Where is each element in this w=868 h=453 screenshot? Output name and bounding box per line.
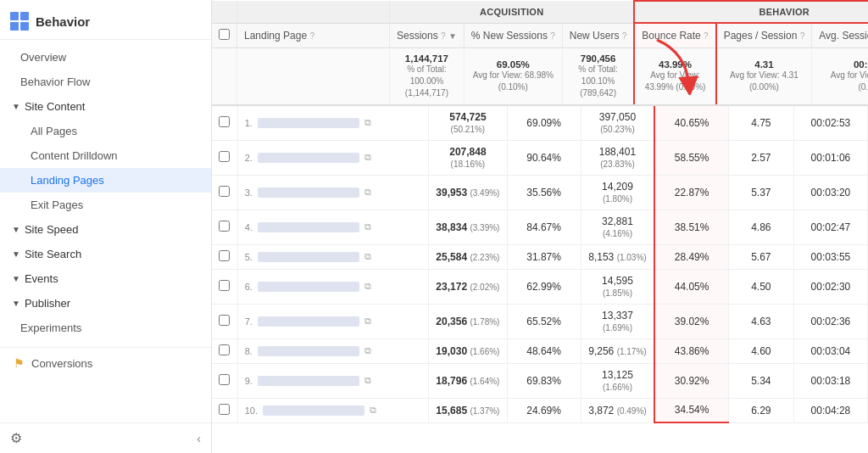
sidebar-item-experiments[interactable]: Experiments <box>0 316 211 340</box>
copy-icon[interactable]: ⧉ <box>364 221 371 232</box>
copy-icon[interactable]: ⧉ <box>364 375 371 386</box>
help-icon[interactable]: ? <box>441 31 446 41</box>
row-avg-duration: 00:03:04 <box>793 338 867 363</box>
row-checkbox[interactable] <box>212 363 237 398</box>
row-avg-duration: 00:03:20 <box>793 175 867 210</box>
row-bounce-rate: 30.92% <box>654 363 728 398</box>
help-icon[interactable]: ? <box>800 31 805 41</box>
row-pct-new: 48.64% <box>507 338 581 363</box>
totals-pages-session: 4.31 Avg for View: 4.31 (0.00%) <box>716 48 812 105</box>
row-checkbox[interactable] <box>212 175 237 210</box>
row-landing-page: 9. ⧉ <box>237 363 429 398</box>
row-bounce-rate: 44.05% <box>654 269 728 304</box>
totals-label <box>237 48 390 105</box>
table-row: 6. ⧉ 23,172 (2.02%) 62.99% 14,595 (1.85%… <box>212 269 868 304</box>
col-select-all[interactable] <box>212 23 237 48</box>
sidebar-item-behavior-flow[interactable]: Behavior Flow <box>0 70 211 94</box>
row-bounce-rate: 40.65% <box>654 106 728 141</box>
copy-icon[interactable]: ⧉ <box>364 117 371 128</box>
settings-icon[interactable]: ⚙ <box>10 430 22 446</box>
row-pct-new: 84.67% <box>507 210 581 244</box>
row-pct-new: 65.52% <box>507 304 581 338</box>
copy-icon[interactable]: ⧉ <box>364 187 371 198</box>
collapse-icon[interactable]: ‹ <box>197 432 201 445</box>
help-icon[interactable]: ? <box>704 31 709 41</box>
row-checkbox[interactable] <box>212 398 237 422</box>
col-landing-page-header <box>237 1 390 23</box>
sidebar-section-events[interactable]: ▼ Events <box>0 266 211 291</box>
copy-icon[interactable]: ⧉ <box>364 345 371 356</box>
row-pct-new: 62.99% <box>507 269 581 304</box>
row-checkbox[interactable] <box>212 140 237 175</box>
sidebar-section-publisher[interactable]: ▼ Publisher <box>0 291 211 316</box>
row-new-users: 13,337 (1.69%) <box>581 304 654 338</box>
row-pct-new: 69.09% <box>507 106 581 141</box>
row-pct-new: 24.69% <box>507 398 581 422</box>
help-icon[interactable]: ? <box>622 31 627 41</box>
row-avg-duration: 00:03:55 <box>793 244 867 269</box>
row-landing-page: 3. ⧉ <box>237 175 429 210</box>
sidebar-section-site-speed[interactable]: ▼ Site Speed <box>0 217 211 242</box>
expand-icon: ▼ <box>12 274 20 283</box>
row-checkbox[interactable] <box>212 304 237 338</box>
sidebar-item-content-drilldown[interactable]: Content Drilldown <box>0 143 211 168</box>
table-row: 5. ⧉ 25,584 (2.23%) 31.87% 8,153 (1.03%)… <box>212 244 868 269</box>
row-sessions: 207,848 (18.16%) <box>429 140 507 175</box>
copy-icon[interactable]: ⧉ <box>364 281 371 292</box>
table-row: 8. ⧉ 19,030 (1.66%) 48.64% 9,256 (1.17%)… <box>212 338 868 363</box>
conversions-label: Conversions <box>31 357 92 370</box>
sidebar-item-exit-pages[interactable]: Exit Pages <box>0 193 211 217</box>
row-landing-page: 2. ⧉ <box>237 140 429 175</box>
sidebar-item-landing-pages[interactable]: Landing Pages <box>0 168 211 193</box>
sidebar-header: Behavior <box>0 0 211 40</box>
expand-icon: ▼ <box>12 225 20 234</box>
row-checkbox[interactable] <box>212 244 237 269</box>
page-url-blur <box>258 118 359 128</box>
row-pages-session: 5.34 <box>728 363 793 398</box>
sidebar-item-overview[interactable]: Overview <box>0 45 211 70</box>
row-bounce-rate: 34.54% <box>654 398 728 422</box>
help-icon[interactable]: ? <box>309 31 314 41</box>
col-new-users: New Users ? <box>562 23 634 48</box>
copy-icon[interactable]: ⧉ <box>364 251 371 262</box>
row-checkbox[interactable] <box>212 210 237 244</box>
table-row: 3. ⧉ 39,953 (3.49%) 35.56% 14,209 (1.80%… <box>212 175 868 210</box>
col-pages-session: Pages / Session ? <box>716 23 812 48</box>
row-new-users: 3,872 (0.49%) <box>581 398 654 422</box>
expand-icon: ▼ <box>12 102 20 111</box>
row-sessions: 18,796 (1.64%) <box>429 363 507 398</box>
row-pages-session: 2.57 <box>728 140 793 175</box>
totals-pct-new: 69.05% Avg for View: 68.98% (0.10%) <box>464 48 562 105</box>
sidebar-conversions[interactable]: ⚑ Conversions <box>0 347 211 370</box>
page-url-blur <box>258 153 359 163</box>
sidebar-section-site-content[interactable]: ▼ Site Content <box>0 94 211 119</box>
row-checkbox[interactable] <box>212 338 237 363</box>
row-landing-page: 5. ⧉ <box>237 244 429 269</box>
row-pct-new: 31.87% <box>507 244 581 269</box>
col-bounce-rate: Bounce Rate ? <box>634 23 715 48</box>
copy-icon[interactable]: ⧉ <box>364 316 371 327</box>
totals-bounce-rate: 43.99% Avg for View: 43.99% (0.00%) <box>634 48 715 105</box>
row-checkbox[interactable] <box>212 106 237 141</box>
row-avg-duration: 00:02:30 <box>793 269 867 304</box>
page-url-blur <box>263 405 364 416</box>
sort-icon[interactable]: ▼ <box>448 31 457 41</box>
totals-sessions: 1,144,717 % of Total: 100.00% (1,144,717… <box>390 48 465 105</box>
row-pct-new: 69.83% <box>507 363 581 398</box>
row-bounce-rate: 43.86% <box>654 338 728 363</box>
table-container: Acquisition Behavior Landing Page ? Sess… <box>212 0 868 453</box>
row-sessions: 39,953 (3.49%) <box>429 175 507 210</box>
copy-icon[interactable]: ⧉ <box>364 152 371 163</box>
sidebar-section-site-search[interactable]: ▼ Site Search <box>0 242 211 266</box>
help-icon[interactable]: ? <box>550 31 555 41</box>
table-row: 1. ⧉ 574,725 (50.21%) 69.09% 397,050 (50… <box>212 106 868 141</box>
row-new-users: 8,153 (1.03%) <box>581 244 654 269</box>
row-avg-duration: 00:02:53 <box>793 106 867 141</box>
sidebar-footer: ⚙ ‹ <box>0 422 211 453</box>
totals-avg-duration: 00:02:34 Avg for View: 00:02:34 (0.00%) <box>812 48 868 105</box>
copy-icon[interactable]: ⧉ <box>370 405 376 416</box>
row-checkbox[interactable] <box>212 269 237 304</box>
row-sessions: 15,685 (1.37%) <box>429 398 507 422</box>
sidebar-item-all-pages[interactable]: All Pages <box>0 119 211 143</box>
page-url-blur <box>258 187 359 198</box>
